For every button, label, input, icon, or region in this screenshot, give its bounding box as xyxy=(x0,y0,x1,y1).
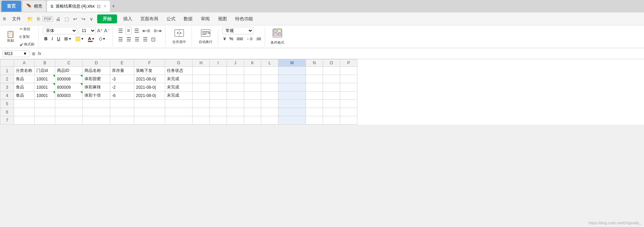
condition-format-btn[interactable]: 条件格式 xyxy=(269,28,286,46)
cell-r5-c2[interactable] xyxy=(35,100,55,108)
cell-r2-c7[interactable]: 未完成 xyxy=(165,75,193,83)
copy-icon[interactable]: ⎘ xyxy=(36,15,41,22)
font-size-select[interactable]: 11 xyxy=(79,27,96,34)
cell-r5-c15[interactable] xyxy=(323,100,340,108)
cell-r4-c6[interactable]: 2021-08-0( xyxy=(134,91,165,100)
cell-r5-c1[interactable] xyxy=(14,100,35,108)
more-icon[interactable]: ∨ xyxy=(88,15,94,22)
cell-r5-c8[interactable] xyxy=(193,100,210,108)
cell-r7-c15[interactable] xyxy=(323,116,340,125)
col-header-H[interactable]: H xyxy=(193,60,210,67)
wrap-btn[interactable]: 自动换行 xyxy=(197,29,214,45)
cell-r5-c6[interactable] xyxy=(134,100,165,108)
cell-r1-c9[interactable] xyxy=(210,67,227,75)
cell-r3-c7[interactable]: 未完成 xyxy=(165,83,193,91)
cell-r7-c7[interactable] xyxy=(165,116,193,125)
col-header-corner[interactable] xyxy=(0,60,14,67)
menu-insert[interactable]: 插入 xyxy=(120,14,136,23)
menu-special[interactable]: 特色功能 xyxy=(232,14,256,23)
cell-r1-c4[interactable]: 商品名称 xyxy=(83,67,110,75)
cell-r1-c7[interactable]: 任务状态 xyxy=(165,67,193,75)
decimal-inc-btn[interactable]: ←0 xyxy=(245,36,253,41)
tab-monitor-icon[interactable]: ⊡ xyxy=(97,4,101,9)
cell-r3-c5[interactable]: -2 xyxy=(110,83,134,91)
cell-r6-c2[interactable] xyxy=(35,108,55,116)
cell-r6-c12[interactable] xyxy=(261,108,278,116)
cell-r2-c16[interactable] xyxy=(340,75,357,83)
cell-r7-c5[interactable] xyxy=(110,116,134,125)
cell-r7-c16[interactable] xyxy=(340,116,357,125)
cell-r6-c14[interactable] xyxy=(306,108,323,116)
row-header-7[interactable]: 7 xyxy=(0,116,14,125)
cell-r2-c8[interactable] xyxy=(193,75,210,83)
cell-r3-c1[interactable]: 食品 xyxy=(14,83,35,91)
col-header-G[interactable]: G xyxy=(165,60,193,67)
redo-icon[interactable]: ↪ xyxy=(80,15,87,22)
cell-r3-c6[interactable]: 2021-08-0( xyxy=(134,83,165,91)
cell-r3-c11[interactable] xyxy=(244,83,261,91)
cell-r1-c11[interactable] xyxy=(244,67,261,75)
col-header-K[interactable]: K xyxy=(244,60,261,67)
cell-r6-c6[interactable] xyxy=(134,108,165,116)
clear-btn[interactable]: ◇▼ xyxy=(97,36,107,42)
cell-r1-c14[interactable] xyxy=(306,67,323,75)
tab-add-btn[interactable]: + xyxy=(112,3,115,9)
cell-r1-c3[interactable]: 商品ID xyxy=(55,67,83,75)
cell-r1-c15[interactable] xyxy=(323,67,340,75)
cell-r1-c6[interactable]: 策略下发 xyxy=(134,67,165,75)
font-color-btn[interactable]: A▼ xyxy=(87,36,96,42)
cell-r6-c8[interactable] xyxy=(193,108,210,116)
cell-r6-c9[interactable] xyxy=(210,108,227,116)
cell-r2-c6[interactable]: 2021-08-0( xyxy=(134,75,165,83)
col-header-B[interactable]: B xyxy=(35,60,55,67)
text-rotate-btn[interactable]: ⊡ xyxy=(150,36,157,43)
cell-r4-c12[interactable] xyxy=(261,91,278,100)
cell-r4-c11[interactable] xyxy=(244,91,261,100)
cell-r3-c16[interactable] xyxy=(340,83,357,91)
cell-r3-c13[interactable] xyxy=(278,83,306,91)
cell-r2-c1[interactable]: 食品 xyxy=(14,75,35,83)
cell-r5-c3[interactable] xyxy=(55,100,83,108)
cell-r2-c4[interactable]: 体彩甜蜜 xyxy=(83,75,110,83)
cell-r6-c7[interactable] xyxy=(165,108,193,116)
cell-r5-c9[interactable] xyxy=(210,100,227,108)
cell-r7-c6[interactable] xyxy=(134,116,165,125)
menu-page-layout[interactable]: 页面布局 xyxy=(137,14,162,23)
font-name-select[interactable]: 宋体 xyxy=(43,27,77,34)
col-header-A[interactable]: A xyxy=(14,60,35,67)
screenshot-icon[interactable]: ⬚ xyxy=(63,15,70,22)
print-icon[interactable]: 🖨 xyxy=(54,15,62,22)
underline-btn[interactable]: U xyxy=(56,36,61,42)
cell-r6-c5[interactable] xyxy=(110,108,134,116)
cell-r5-c10[interactable] xyxy=(227,100,244,108)
cell-r7-c11[interactable] xyxy=(244,116,261,125)
cell-r7-c2[interactable] xyxy=(35,116,55,125)
cell-r5-c16[interactable] xyxy=(340,100,357,108)
align-justify-btn[interactable]: ☰ xyxy=(142,36,149,43)
cell-r5-c14[interactable] xyxy=(306,100,323,108)
cell-r5-c13[interactable] xyxy=(278,100,306,108)
cell-r6-c11[interactable] xyxy=(244,108,261,116)
menu-file[interactable]: 文件 xyxy=(9,14,24,23)
cell-r2-c13[interactable] xyxy=(278,75,306,83)
cell-r2-c10[interactable] xyxy=(227,75,244,83)
cell-r5-c5[interactable] xyxy=(110,100,134,108)
cell-r3-c4[interactable]: 体彩麻辣 xyxy=(83,83,110,91)
col-header-N[interactable]: N xyxy=(306,60,323,67)
cell-r4-c10[interactable] xyxy=(227,91,244,100)
cell-r7-c8[interactable] xyxy=(193,116,210,125)
cell-r4-c4[interactable]: 体彩十倍 xyxy=(83,91,110,100)
cell-r4-c9[interactable] xyxy=(210,91,227,100)
align-bottom-btn[interactable]: ☰ xyxy=(133,27,140,34)
tab-close-btn[interactable]: × xyxy=(104,4,106,9)
cell-r2-c5[interactable]: -3 xyxy=(110,75,134,83)
col-header-C[interactable]: C xyxy=(55,60,83,67)
cell-r3-c9[interactable] xyxy=(210,83,227,91)
cell-r4-c8[interactable] xyxy=(193,91,210,100)
cell-r6-c10[interactable] xyxy=(227,108,244,116)
currency-btn[interactable]: ¥ xyxy=(222,36,227,42)
cell-r5-c12[interactable] xyxy=(261,100,278,108)
copy-btn[interactable]: ⎘ 复制 xyxy=(18,34,36,40)
cell-r4-c16[interactable] xyxy=(340,91,357,100)
col-header-I[interactable]: I xyxy=(210,60,227,67)
